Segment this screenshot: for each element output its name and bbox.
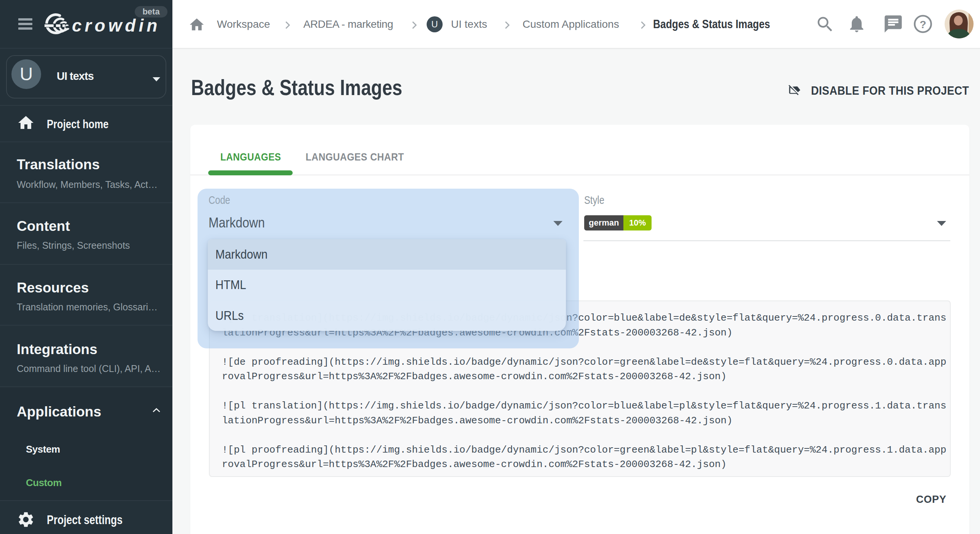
svg-text:?: ?: [919, 19, 926, 30]
